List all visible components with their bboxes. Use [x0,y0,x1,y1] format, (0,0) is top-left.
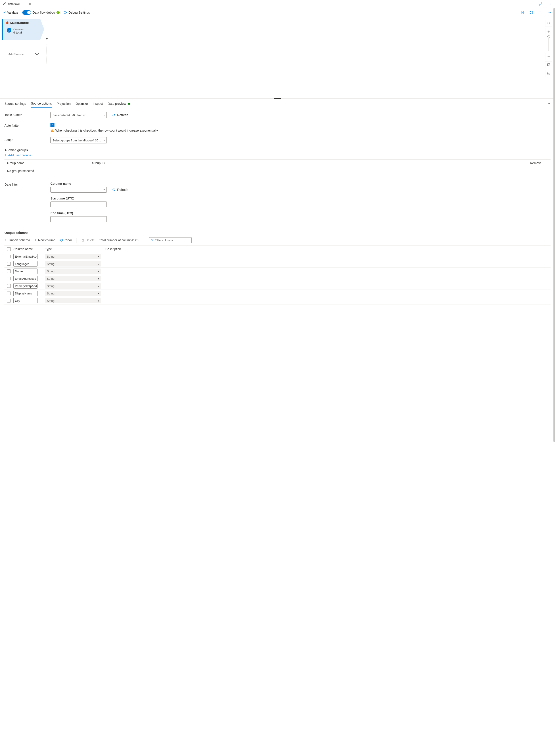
tab-title: dataflow1 [8,2,20,6]
refresh-column-button[interactable]: Refresh [112,188,128,192]
plus-icon: + [4,153,7,158]
table-row: DisplayName String▾ [4,290,551,297]
column-name-input[interactable]: Languages [13,261,38,267]
scrollbar[interactable] [553,8,555,756]
canvas[interactable]: M365Source Columns: 0 total + Add Source [0,17,555,98]
new-column-button[interactable]: + New column [35,238,55,243]
start-time-input[interactable] [50,201,107,207]
validate-button[interactable]: Validate [3,11,18,14]
debug-status-icon [56,11,59,14]
select-all-checkbox[interactable] [7,247,11,251]
svg-point-3 [549,4,550,4]
more-icon[interactable] [546,1,552,7]
add-source-button[interactable]: Add Source [2,44,46,64]
tab-bar: dataflow1 [0,0,555,8]
row-checkbox[interactable] [7,255,11,258]
panel-drag-handle[interactable] [274,98,281,99]
dataflow-debug-toggle[interactable]: Data flow debug [22,10,59,15]
canvas-tools [545,19,552,78]
toolbar: Validate Data flow debug Debug Settings [0,8,555,17]
column-name-select[interactable]: ▾ [50,187,107,193]
tab-data-preview[interactable]: Data preview [108,102,130,108]
column-name-input[interactable]: ExternalEmailAdd [13,254,38,259]
table-row: PrimarySmtpAddı String▾ [4,282,551,290]
column-type-select[interactable]: String▾ [45,298,101,304]
zoom-slider[interactable] [549,37,549,51]
add-step-icon[interactable]: + [46,37,48,41]
scope-select[interactable]: Select groups from the Microsoft 36… ▾ [50,137,107,144]
search-icon[interactable] [545,19,552,27]
column-name-input[interactable]: Name [13,269,38,274]
column-type-select[interactable]: String▾ [45,276,101,281]
filter-icon [151,239,154,241]
source-node[interactable]: M365Source Columns: 0 total + [2,19,44,40]
allowed-groups-heading: Allowed groups [4,148,551,152]
column-desc-header: Description [105,247,551,251]
row-checkbox[interactable] [7,291,11,295]
table-row: City String▾ [4,297,551,305]
office-icon [6,21,9,24]
table-row: Name String▾ [4,268,551,275]
zoom-in-icon[interactable] [545,28,552,35]
svg-rect-23 [82,239,84,241]
chevron-down-icon[interactable] [34,51,40,57]
row-checkbox[interactable] [7,277,11,280]
warning-icon [50,129,54,132]
svg-point-14 [548,22,550,24]
row-checkbox[interactable] [7,284,11,288]
expand-icon[interactable] [538,1,544,7]
tab-projection[interactable]: Projection [57,102,71,108]
column-type-header: Type [45,247,105,251]
select-icon[interactable] [545,70,552,77]
svg-point-11 [550,12,551,13]
auto-flatten-checkbox[interactable]: ✓ [50,123,54,127]
row-checkbox[interactable] [7,299,11,303]
total-columns-text: Total number of columns: 29 [99,238,138,242]
output-columns-heading: Output columns [4,231,551,235]
column-type-select[interactable]: String▾ [45,283,101,289]
column-type-select[interactable]: String▾ [45,269,101,274]
start-time-label: Start time (UTC) [50,197,128,200]
import-schema-button[interactable]: Import schema [4,238,30,242]
chevron-down-icon: ▾ [103,189,105,191]
more-toolbar-icon[interactable] [546,9,552,16]
remove-header: Remove [530,161,548,165]
fit-icon[interactable] [545,61,552,68]
properties-icon[interactable] [537,9,543,16]
end-time-input[interactable] [50,216,107,222]
table-name-select[interactable]: BasicDataSet_v0.User_v0 ▾ [50,112,107,118]
column-type-select[interactable]: String▾ [45,261,101,267]
column-name-input[interactable]: PrimarySmtpAddı [13,283,38,289]
row-checkbox[interactable] [7,270,11,273]
json-icon[interactable] [528,9,535,16]
column-name-input[interactable]: DisplayName [13,291,38,296]
debug-settings-button[interactable]: Debug Settings [63,11,90,14]
dataflow-icon [3,2,6,6]
chevron-down-icon: ▾ [103,139,105,142]
tab-dirty-indicator [29,3,31,5]
filter-columns-input[interactable] [149,237,191,243]
clear-button[interactable]: Clear [60,238,72,242]
collapse-panel-icon[interactable] [547,102,551,108]
end-time-label: End time (UTC) [50,211,128,215]
groups-table: Group name Group ID Remove No groups sel… [4,159,551,175]
columns-table: Column name Type Description ExternalEma… [4,245,551,305]
tab-source-options[interactable]: Source options [31,102,52,108]
add-user-groups-button[interactable]: + Add user groups [4,153,31,158]
refresh-button[interactable]: Refresh [112,113,128,117]
column-name-input[interactable]: City [13,298,38,304]
tab-source-settings[interactable]: Source settings [4,102,26,108]
column-name-input[interactable]: EmailAddresses [13,276,38,281]
tab-dataflow[interactable]: dataflow1 [0,0,34,8]
tab-optimize[interactable]: Optimize [76,102,88,108]
svg-rect-20 [52,131,52,131]
script-icon[interactable] [519,9,525,16]
row-checkbox[interactable] [7,262,11,266]
column-type-select[interactable]: String▾ [45,254,101,259]
toggle-switch[interactable] [22,10,31,15]
column-type-select[interactable]: String▾ [45,291,101,296]
tab-inspect[interactable]: Inspect [93,102,103,108]
preview-status-dot [128,103,130,105]
zoom-out-icon[interactable] [545,53,552,60]
svg-rect-16 [548,64,549,65]
